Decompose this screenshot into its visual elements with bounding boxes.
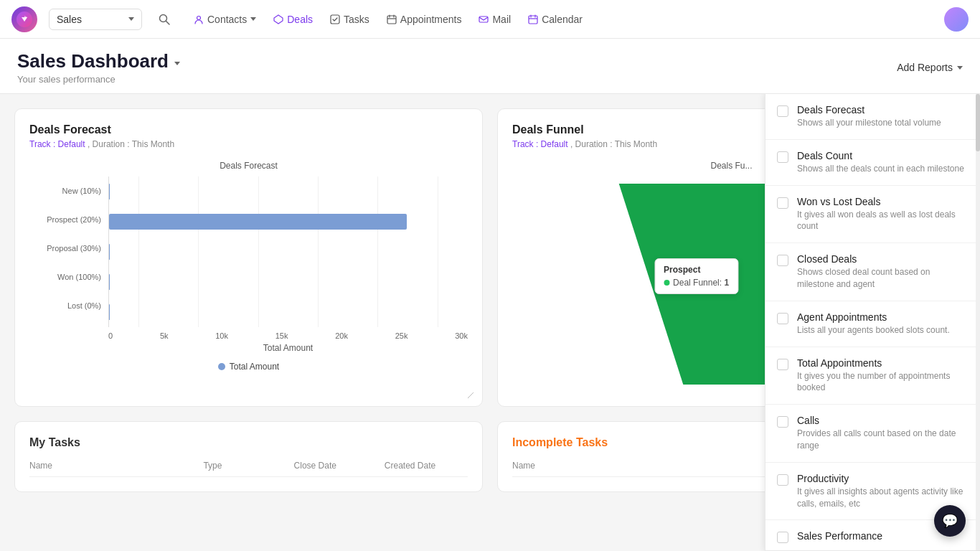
bar-new bbox=[109, 184, 110, 199]
bar-row-prospect bbox=[109, 210, 468, 233]
nav-appointments[interactable]: Appointments bbox=[380, 9, 469, 29]
x-axis: 0 5k 10k 15k 20k 25k 30k bbox=[29, 331, 468, 340]
add-reports-label: Add Reports bbox=[897, 62, 953, 73]
workspace-label: Sales bbox=[57, 14, 124, 25]
contacts-icon bbox=[194, 14, 204, 24]
bar-row-new bbox=[109, 180, 468, 203]
nav-appointments-label: Appointments bbox=[400, 14, 462, 25]
my-tasks-card: My Tasks Name Type Close Date Created Da… bbox=[14, 421, 483, 492]
nav-mail-label: Mail bbox=[492, 14, 511, 25]
my-tasks-header: Name Type Close Date Created Date bbox=[29, 461, 468, 477]
add-reports-button[interactable]: Add Reports bbox=[897, 62, 963, 73]
search-icon bbox=[158, 13, 171, 26]
dashboard-dropdown-icon[interactable] bbox=[174, 62, 180, 65]
report-name-deals-forecast: Deals Forecast bbox=[797, 104, 941, 116]
add-reports-icon bbox=[957, 66, 963, 70]
legend-dot bbox=[218, 363, 225, 370]
report-name-agent-appointments: Agent Appointments bbox=[797, 311, 950, 323]
bars-area bbox=[108, 176, 468, 327]
report-item-deals-forecast[interactable]: Deals Forecast Shows all your milestone … bbox=[765, 94, 980, 140]
y-label-lost: Lost (0%) bbox=[29, 291, 101, 320]
report-desc-agent-appointments: Lists all your agents booked slots count… bbox=[797, 324, 950, 336]
content-area: Deals Forecast Track : Default , Duratio… bbox=[0, 94, 980, 551]
report-name-closed-deals: Closed Deals bbox=[797, 253, 969, 265]
svg-rect-4 bbox=[331, 15, 339, 24]
forecast-chart-title: Deals Forecast bbox=[29, 161, 468, 171]
app-logo bbox=[11, 6, 37, 32]
my-tasks-col-created: Created Date bbox=[385, 461, 468, 471]
resize-handle[interactable]: ⟋ bbox=[465, 389, 476, 402]
x-label-25k: 25k bbox=[395, 331, 408, 340]
my-tasks-table: Name Type Close Date Created Date bbox=[29, 461, 468, 477]
nav-tasks-label: Tasks bbox=[344, 14, 369, 25]
nav-calendar[interactable]: Calendar bbox=[521, 9, 590, 29]
report-desc-closed-deals: Shows closed deal count based on milesto… bbox=[797, 266, 969, 291]
my-tasks-col-close: Close Date bbox=[294, 461, 377, 471]
nav-contacts-label: Contacts bbox=[207, 14, 247, 25]
report-name-productivity: Productivity bbox=[797, 473, 969, 484]
user-avatar[interactable] bbox=[944, 7, 969, 32]
report-desc-deals-forecast: Shows all your milestone total volume bbox=[797, 117, 941, 129]
scrollbar-thumb[interactable] bbox=[976, 94, 980, 151]
report-item-deals-count[interactable]: Deals Count Shows all the deals count in… bbox=[765, 140, 980, 186]
x-axis-title: Total Amount bbox=[29, 343, 468, 353]
my-tasks-col-type: Type bbox=[203, 461, 286, 471]
bar-chart-area: New (10%) Prospect (20%) Proposal (30%) … bbox=[29, 176, 468, 327]
report-checkbox-productivity[interactable] bbox=[777, 474, 788, 486]
svg-rect-5 bbox=[387, 16, 396, 24]
nav-contacts[interactable]: Contacts bbox=[187, 9, 263, 29]
y-label-proposal: Proposal (30%) bbox=[29, 234, 101, 263]
report-desc-deals-count: Shows all the deals count in each milest… bbox=[797, 163, 964, 175]
legend-label: Total Amount bbox=[230, 362, 279, 372]
bar-prospect bbox=[109, 214, 407, 230]
page-subtitle: Your sales performance bbox=[17, 74, 180, 85]
report-name-calls: Calls bbox=[797, 415, 969, 426]
page: Sales Dashboard Your sales performance A… bbox=[0, 39, 980, 551]
report-checkbox-deals-count[interactable] bbox=[777, 151, 788, 163]
nav-tasks[interactable]: Tasks bbox=[323, 9, 377, 29]
appointments-icon bbox=[387, 14, 397, 24]
report-item-total-appointments[interactable]: Total Appointments It gives you the numb… bbox=[765, 347, 980, 405]
y-label-won: Won (100%) bbox=[29, 263, 101, 291]
workspace-dropdown-icon bbox=[128, 17, 134, 21]
x-label-20k: 20k bbox=[335, 331, 348, 340]
svg-point-3 bbox=[197, 16, 201, 19]
report-checkbox-sales-performance[interactable] bbox=[777, 532, 788, 543]
chart-legend: Total Amount bbox=[29, 362, 468, 372]
nav-deals[interactable]: Deals bbox=[266, 9, 320, 29]
y-axis: New (10%) Prospect (20%) Proposal (30%) … bbox=[29, 176, 108, 320]
report-checkbox-deals-forecast[interactable] bbox=[777, 105, 788, 117]
bar-row-proposal bbox=[109, 240, 468, 263]
mail-icon bbox=[479, 14, 489, 24]
my-tasks-col-name: Name bbox=[29, 461, 196, 471]
report-item-calls[interactable]: Calls Provides all calls count based on … bbox=[765, 405, 980, 463]
y-label-prospect: Prospect (20%) bbox=[29, 205, 101, 234]
report-checkbox-agent-appointments[interactable] bbox=[777, 313, 788, 324]
report-desc-calls: Provides all calls count based on the da… bbox=[797, 428, 969, 452]
page-header: Sales Dashboard Your sales performance A… bbox=[0, 39, 980, 94]
nav-mail[interactable]: Mail bbox=[471, 9, 518, 29]
svg-line-2 bbox=[166, 21, 170, 24]
bar-won bbox=[109, 274, 110, 290]
page-title: Sales Dashboard bbox=[17, 50, 169, 72]
search-button[interactable] bbox=[154, 9, 175, 30]
report-desc-total-appointments: It gives you the number of appointments … bbox=[797, 370, 969, 395]
bar-row-lost bbox=[109, 301, 468, 324]
report-name-total-appointments: Total Appointments bbox=[797, 357, 969, 369]
report-checkbox-closed-deals[interactable] bbox=[777, 255, 788, 266]
workspace-selector[interactable]: Sales bbox=[49, 9, 142, 30]
report-checkbox-won-vs-lost[interactable] bbox=[777, 197, 788, 209]
report-name-sales-performance: Sales Performance bbox=[797, 530, 882, 542]
report-item-agent-appointments[interactable]: Agent Appointments Lists all your agents… bbox=[765, 301, 980, 347]
topbar: Sales Contacts Deals Tasks Appointments bbox=[0, 0, 980, 39]
report-name-deals-count: Deals Count bbox=[797, 150, 964, 161]
deals-forecast-meta: Track : Default , Duration : This Month bbox=[29, 139, 468, 149]
reports-panel: Deals Forecast Shows all your milestone … bbox=[765, 94, 980, 551]
report-desc-won-vs-lost: It gives all won deals as well as lost d… bbox=[797, 209, 969, 233]
deals-forecast-title: Deals Forecast bbox=[29, 123, 468, 136]
report-checkbox-calls[interactable] bbox=[777, 416, 788, 428]
report-item-won-vs-lost[interactable]: Won vs Lost Deals It gives all won deals… bbox=[765, 186, 980, 244]
report-checkbox-total-appointments[interactable] bbox=[777, 359, 788, 370]
report-item-closed-deals[interactable]: Closed Deals Shows closed deal count bas… bbox=[765, 243, 980, 301]
chat-button[interactable]: 💬 bbox=[934, 505, 966, 537]
